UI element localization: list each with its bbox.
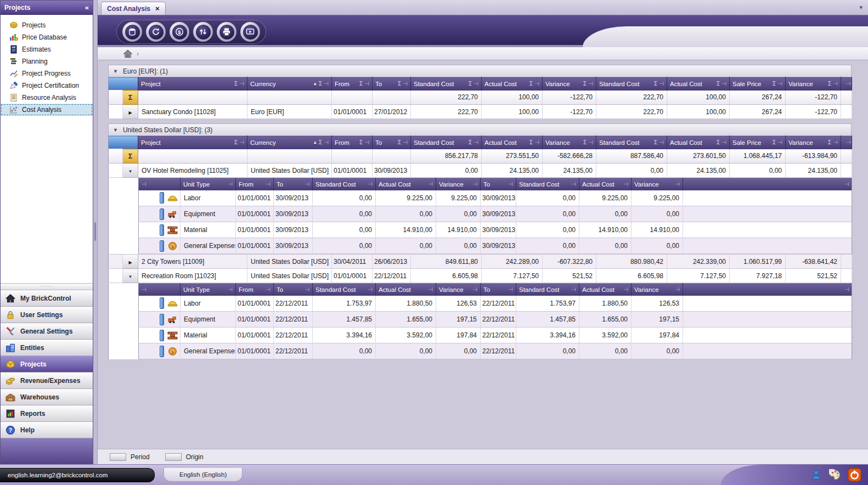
tab-cost-analysis[interactable]: Cost Analysis × (101, 2, 166, 15)
detail-row[interactable]: Labor01/01/000122/12/20111.753,971.880,5… (139, 296, 852, 312)
sidebar-collapse-icon[interactable]: « (85, 3, 89, 12)
pin-icon[interactable]: ⊣ (623, 286, 628, 292)
sigma-icon[interactable]: Σ (398, 139, 401, 145)
detail-column-header-variance[interactable]: Variance⊣ (436, 178, 481, 190)
detail-column-header-standard-cost[interactable]: Standard Cost⊣ (516, 284, 579, 296)
refresh-button[interactable] (146, 22, 166, 42)
pin-icon[interactable]: ⊣ (472, 286, 477, 292)
detail-row[interactable]: Equipment01/01/000122/12/20111.457,851.6… (139, 312, 852, 328)
detail-row[interactable]: $General Expenses01/01/000122/12/20110,0… (139, 343, 852, 359)
menu-item-user-settings[interactable]: User Settings (1, 307, 93, 323)
detail-column-header-to[interactable]: To⊣ (481, 284, 516, 296)
video-button[interactable] (240, 22, 260, 42)
sidebar-item-project-progress[interactable]: Project Progress (1, 67, 93, 80)
pin-icon[interactable]: ⊣ (588, 139, 593, 145)
row-collapse-button[interactable]: ▼ (123, 163, 138, 178)
sigma-icon[interactable]: Σ (654, 139, 657, 145)
pin-icon[interactable]: ⊣ (508, 286, 513, 292)
detail-column-header-standard-cost[interactable]: Standard Cost⊣ (516, 178, 579, 190)
sigma-icon[interactable]: Σ (773, 139, 776, 145)
menu-item-entities[interactable]: Entities (1, 340, 93, 356)
pin-icon[interactable]: ⊣ (844, 181, 849, 187)
detail-column-header-from[interactable]: From⊣ (236, 178, 274, 190)
pin-icon[interactable]: ⊣ (659, 81, 664, 87)
pin-icon[interactable]: ⊣ (428, 181, 433, 187)
pin-icon[interactable]: ⊣ (228, 286, 233, 292)
pin-icon[interactable]: ⊣ (777, 81, 782, 87)
table-row[interactable]: ▼OV Hotel Remodeling [11025]United State… (109, 163, 852, 178)
table-row[interactable]: ▶Sanctuary Condo [11028]Euro [EUR]01/01/… (109, 105, 852, 119)
column-header-standard-cost[interactable]: Standard CostΣ⊣ (411, 77, 482, 91)
column-header-variance[interactable]: VarianceΣ⊣ (543, 136, 596, 149)
column-header-variance[interactable]: VarianceΣ⊣ (786, 77, 841, 91)
palette-icon[interactable] (829, 469, 841, 481)
pin-icon[interactable]: ⊣ (508, 181, 513, 187)
column-header-to[interactable]: ToΣ⊣ (373, 136, 411, 149)
detail-column-header-variance[interactable]: Variance⊣ (632, 178, 683, 190)
print-button[interactable] (217, 22, 236, 42)
detail-row[interactable]: Material01/01/000122/12/20113.394,163.59… (139, 328, 852, 343)
column-header-variance[interactable]: VarianceΣ⊣ (786, 136, 841, 149)
column-header-standard-cost[interactable]: Standard CostΣ⊣ (596, 77, 667, 91)
sigma-icon[interactable]: Σ (398, 81, 401, 87)
sigma-icon[interactable]: Σ (319, 139, 322, 145)
pin-icon[interactable]: ⊣ (364, 81, 369, 87)
pin-icon[interactable]: ⊣ (239, 139, 244, 145)
group-header[interactable]: ▼Euro [EUR]: (1) (108, 65, 852, 77)
detail-row[interactable]: Labor01/01/000130/09/20130,009.225,009.2… (139, 190, 852, 206)
pin-icon[interactable]: ⊣ (534, 139, 539, 145)
tab-list-dropdown-icon[interactable]: ▾ (859, 4, 863, 11)
language-selector[interactable]: English (English) (164, 468, 243, 482)
sidebar-item-projects[interactable]: Projects (1, 19, 93, 31)
pin-icon[interactable]: ⊣ (305, 286, 309, 292)
sidebar-item-price-database[interactable]: Price Database (1, 31, 93, 43)
sidebar-item-project-certification[interactable]: Project Certification (1, 80, 93, 92)
sigma-icon[interactable]: Σ (469, 81, 472, 87)
pin-icon[interactable]: ⊣ (659, 139, 664, 145)
table-row[interactable]: ▶2 City Towers [11009]United States Doll… (109, 255, 852, 269)
pin-icon[interactable]: ⊣ (833, 139, 838, 145)
column-header-currency[interactable]: Currency▲Σ⊣ (247, 77, 332, 91)
pin-icon[interactable]: ⊣ (142, 181, 146, 187)
pin-icon[interactable]: ⊣ (675, 181, 680, 187)
pin-icon[interactable]: ⊣ (846, 139, 851, 145)
column-header-actual-cost[interactable]: Actual CostΣ⊣ (667, 77, 730, 91)
column-header-sale-price[interactable]: Sale PriceΣ⊣ (730, 136, 786, 149)
column-header-project[interactable]: ProjectΣ⊣ (138, 77, 247, 91)
column-header-currency[interactable]: Currency▲Σ⊣ (247, 136, 332, 149)
tab-close-icon[interactable]: × (155, 4, 160, 13)
menu-item-reports[interactable]: Reports (1, 405, 93, 422)
sigma-icon[interactable]: Σ (583, 81, 587, 87)
menu-item-projects[interactable]: Projects (1, 356, 93, 373)
home-icon[interactable] (123, 49, 133, 59)
sigma-icon[interactable]: Σ (654, 81, 657, 87)
row-expand-button[interactable]: ▶ (123, 105, 138, 119)
sigma-icon[interactable]: Σ (717, 139, 720, 145)
group-header[interactable]: ▼United States Dollar [USD]: (3) (108, 123, 852, 136)
sigma-icon[interactable]: Σ (234, 139, 238, 145)
pin-icon[interactable]: ⊣ (364, 139, 369, 145)
pin-icon[interactable]: ⊣ (777, 139, 782, 145)
sort-button[interactable] (193, 22, 213, 42)
user-account-pill[interactable]: english.learning2@brickcontrol.com (0, 468, 155, 482)
currency-button[interactable]: $ (170, 22, 189, 42)
detail-column-header-unit-type[interactable]: Unit Type⊣ (181, 178, 236, 190)
column-header-variance[interactable]: VarianceΣ⊣ (543, 77, 596, 91)
column-header-from[interactable]: FromΣ⊣ (332, 77, 373, 91)
pin-icon[interactable]: ⊣ (534, 81, 539, 87)
detail-row[interactable]: Equipment01/01/000130/09/20130,000,000,0… (139, 206, 852, 222)
sigma-icon[interactable]: Σ (773, 81, 776, 87)
pin-icon[interactable]: ⊣ (324, 81, 329, 87)
detail-column-header-unit-type[interactable]: Unit Type⊣ (181, 284, 236, 296)
detail-row[interactable]: $General Expenses01/01/000130/09/20130,0… (139, 238, 852, 254)
column-header-to[interactable]: ToΣ⊣ (373, 77, 411, 91)
pin-icon[interactable]: ⊣ (588, 81, 593, 87)
menu-item-warehouses[interactable]: Warehouses (1, 389, 93, 405)
pin-icon[interactable]: ⊣ (266, 181, 270, 187)
pin-icon[interactable]: ⊣ (239, 81, 244, 87)
sigma-icon[interactable]: Σ (359, 81, 363, 87)
detail-column-header-standard-cost[interactable]: Standard Cost⊣ (313, 284, 376, 296)
splitter-grip-icon[interactable] (94, 222, 96, 241)
pin-icon[interactable]: ⊣ (305, 181, 309, 187)
row-expand-button[interactable]: ▶ (123, 255, 138, 269)
